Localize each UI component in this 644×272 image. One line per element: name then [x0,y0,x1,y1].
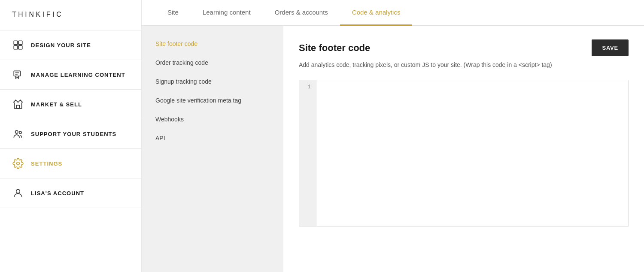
svg-rect-5 [14,71,20,76]
tab-orders-accounts[interactable]: Orders & accounts [263,0,340,26]
sidebar-item-label-learning: MANAGE LEARNING CONTENT [31,72,125,78]
sidebar-item-support-your-students[interactable]: SUPPORT YOUR STUDENTS [0,119,141,149]
sidebar: THINKIFIC DESIGN YOUR SITE MANAGE LEARNI… [0,0,142,272]
learning-icon [12,69,24,81]
detail-title: Site footer code [299,42,370,54]
sidebar-item-label-design: DESIGN YOUR SITE [31,42,91,48]
support-icon [12,128,24,140]
tab-site[interactable]: Site [155,0,191,26]
sub-nav-item-google-site-verification[interactable]: Google site verification meta tag [142,91,283,110]
detail-panel: Site footer code SAVE Add analytics code… [283,26,644,272]
sub-nav-item-site-footer-code[interactable]: Site footer code [142,34,283,53]
sidebar-item-lisas-account[interactable]: LISA'S ACCOUNT [0,178,141,208]
sidebar-item-label-market: MARKET & SELL [31,101,82,108]
sidebar-item-manage-learning-content[interactable]: MANAGE LEARNING CONTENT [0,60,141,90]
tabs-bar: Site Learning content Orders & accounts … [142,0,644,26]
sidebar-item-design-your-site[interactable]: DESIGN YOUR SITE [0,30,141,60]
sub-nav-item-order-tracking-code[interactable]: Order tracking code [142,53,283,72]
sub-nav: Site footer code Order tracking code Sig… [142,26,283,272]
thinkific-logo: THINKIFIC [12,9,66,19]
sub-nav-item-webhooks[interactable]: Webhooks [142,110,283,129]
market-icon [12,98,24,110]
svg-point-11 [15,130,18,133]
sidebar-item-settings[interactable]: SETTINGS [0,149,141,178]
code-gutter: 1 [299,80,316,226]
account-icon [12,187,24,199]
code-editor: 1 [299,80,629,227]
svg-rect-10 [17,105,20,109]
line-number-1: 1 [307,84,311,90]
detail-description: Add analytics code, tracking pixels, or … [299,60,629,70]
svg-text:THINKIFIC: THINKIFIC [12,11,63,18]
content-area: Site footer code Order tracking code Sig… [142,26,644,272]
design-icon [12,39,24,51]
svg-point-13 [17,162,20,165]
svg-rect-1 [14,41,18,45]
logo: THINKIFIC [0,0,141,30]
tab-learning-content[interactable]: Learning content [191,0,263,26]
sidebar-nav: DESIGN YOUR SITE MANAGE LEARNING CONTENT… [0,30,141,272]
svg-point-14 [16,189,20,193]
code-input-textarea[interactable] [316,80,628,226]
svg-rect-2 [18,41,22,45]
svg-rect-4 [18,45,22,49]
sidebar-item-market-and-sell[interactable]: MARKET & SELL [0,90,141,119]
settings-icon [12,157,24,169]
main-content: Site Learning content Orders & accounts … [142,0,644,272]
sidebar-item-label-settings: SETTINGS [31,160,62,167]
save-button[interactable]: SAVE [592,39,629,56]
svg-rect-3 [14,45,18,49]
sidebar-item-label-account: LISA'S ACCOUNT [31,190,84,196]
svg-point-12 [19,131,21,133]
sidebar-item-label-support: SUPPORT YOUR STUDENTS [31,131,116,137]
sub-nav-item-signup-tracking-code[interactable]: Signup tracking code [142,72,283,91]
sub-nav-item-api[interactable]: API [142,129,283,148]
tab-code-analytics[interactable]: Code & analytics [340,0,413,26]
detail-header: Site footer code SAVE [299,39,629,56]
